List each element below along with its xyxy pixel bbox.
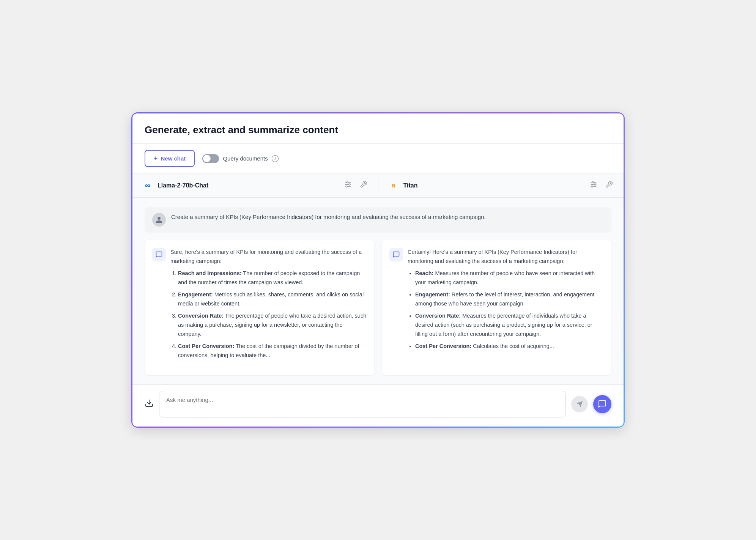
llama-intro: Sure, here's a summary of KPIs for monit… bbox=[170, 248, 367, 266]
llama-wrench-icon[interactable] bbox=[358, 179, 369, 192]
models-bar: ∞ Llama-2-70b-Chat bbox=[132, 173, 624, 198]
list-item: Conversion Rate: The percentage of peopl… bbox=[178, 312, 367, 339]
chat-input[interactable] bbox=[166, 397, 559, 412]
titan-tune-icon[interactable] bbox=[588, 179, 599, 192]
list-item: Cost Per Conversion: Calculates the cost… bbox=[415, 342, 604, 351]
chat-input-wrapper[interactable] bbox=[159, 391, 566, 417]
titan-model-actions bbox=[588, 179, 614, 192]
model-info-llama: ∞ Llama-2-70b-Chat bbox=[142, 179, 208, 192]
responses-grid: Sure, here's a summary of KPIs for monit… bbox=[145, 240, 611, 375]
new-chat-button[interactable]: + New chat bbox=[145, 150, 195, 167]
meta-logo-container: ∞ bbox=[142, 179, 154, 192]
list-item: Engagement: Metrics such as likes, share… bbox=[178, 290, 367, 309]
llama-chat-icon bbox=[155, 251, 163, 258]
titan-response-card: Certainly! Here's a summary of KPIs (Key… bbox=[382, 240, 611, 375]
plus-icon: + bbox=[154, 154, 158, 162]
query-docs-toggle: Query documents i bbox=[202, 154, 278, 163]
llama-response-list: Reach and Impressions: The number of peo… bbox=[170, 269, 367, 360]
page-header: Generate, extract and summarize content bbox=[132, 113, 624, 144]
titan-model-name: Titan bbox=[403, 182, 418, 189]
list-item: Reach and Impressions: The number of peo… bbox=[178, 269, 367, 287]
model-info-titan: a Titan bbox=[387, 179, 418, 192]
chat-fab-icon bbox=[598, 400, 607, 409]
main-content: Generate, extract and summarize content … bbox=[132, 113, 624, 426]
query-docs-switch[interactable] bbox=[202, 154, 219, 163]
titan-chat-icon bbox=[392, 251, 400, 258]
query-docs-label: Query documents bbox=[223, 155, 268, 162]
svg-point-10 bbox=[594, 184, 596, 186]
chat-area: Create a summary of KPIs (Key Performanc… bbox=[132, 198, 624, 384]
llama-ai-icon bbox=[152, 248, 166, 261]
model-tab-llama: ∞ Llama-2-70b-Chat bbox=[132, 173, 378, 197]
user-avatar bbox=[152, 213, 166, 227]
svg-point-3 bbox=[346, 182, 348, 183]
amazon-logo-icon: a bbox=[391, 181, 395, 189]
user-message-text: Create a summary of KPIs (Key Performanc… bbox=[171, 213, 486, 222]
user-avatar-icon bbox=[155, 216, 163, 224]
chat-fab-button[interactable] bbox=[593, 395, 611, 413]
new-chat-label: New chat bbox=[161, 155, 186, 162]
send-button[interactable] bbox=[571, 396, 588, 412]
titan-response-list: Reach: Measures the number of people who… bbox=[408, 269, 604, 351]
page-title: Generate, extract and summarize content bbox=[145, 124, 611, 136]
user-message: Create a summary of KPIs (Key Performanc… bbox=[145, 207, 611, 233]
svg-point-9 bbox=[592, 182, 594, 183]
list-item: Cost Per Conversion: The cost of the cam… bbox=[178, 342, 367, 360]
list-item: Conversion Rate: Measures the percentage… bbox=[415, 312, 604, 339]
titan-wrench-icon[interactable] bbox=[604, 179, 614, 192]
toggle-knob bbox=[203, 155, 211, 162]
titan-response-text: Certainly! Here's a summary of KPIs (Key… bbox=[408, 248, 604, 354]
llama-response-card: Sure, here's a summary of KPIs for monit… bbox=[145, 240, 374, 375]
titan-intro: Certainly! Here's a summary of KPIs (Key… bbox=[408, 248, 604, 266]
meta-logo-icon: ∞ bbox=[145, 181, 150, 190]
toolbar: + New chat Query documents i bbox=[132, 144, 624, 173]
list-item: Engagement: Refers to the level of inter… bbox=[415, 290, 604, 309]
model-tab-titan: a Titan bbox=[378, 173, 624, 197]
llama-model-actions bbox=[342, 179, 369, 192]
info-icon[interactable]: i bbox=[272, 155, 279, 162]
list-item: Reach: Measures the number of people who… bbox=[415, 269, 604, 287]
llama-response-header: Sure, here's a summary of KPIs for monit… bbox=[152, 248, 367, 363]
titan-ai-icon bbox=[389, 248, 403, 261]
svg-point-5 bbox=[346, 186, 347, 187]
llama-response-text: Sure, here's a summary of KPIs for monit… bbox=[170, 248, 367, 363]
titan-response-header: Certainly! Here's a summary of KPIs (Key… bbox=[389, 248, 604, 354]
llama-tune-icon[interactable] bbox=[342, 179, 354, 192]
svg-point-11 bbox=[592, 186, 593, 187]
svg-point-4 bbox=[348, 184, 350, 186]
send-icon bbox=[576, 400, 583, 408]
app-container: Generate, extract and summarize content … bbox=[131, 112, 625, 427]
llama-model-name: Llama-2-70b-Chat bbox=[158, 182, 208, 189]
amazon-logo-container: a bbox=[387, 179, 400, 192]
download-icon[interactable] bbox=[145, 398, 154, 410]
input-area bbox=[132, 384, 624, 427]
